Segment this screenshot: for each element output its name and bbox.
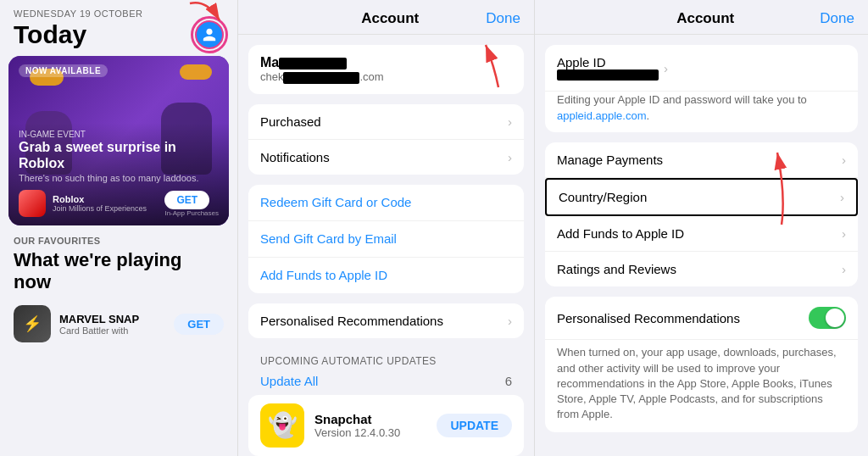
middle-done-button[interactable]: Done (486, 10, 520, 27)
in-app-label: In-App Purchases (164, 209, 219, 217)
snapchat-name: Snapchat (314, 412, 426, 426)
send-card-row[interactable]: Send Gift Card by Email (248, 221, 524, 258)
apple-id-card: Apple ID › Editing your Apple ID and pas… (545, 45, 858, 132)
add-funds-row[interactable]: Add Funds to Apple ID (248, 258, 524, 293)
right-done-button[interactable]: Done (820, 10, 854, 27)
get-button[interactable]: GET (164, 191, 209, 209)
middle-header: Account Done (238, 0, 534, 35)
our-favs-label: OUR FAVOURITES (0, 225, 237, 249)
app-name: Roblox (53, 194, 158, 204)
avatar[interactable] (195, 20, 224, 49)
apple-id-label: Apple ID (557, 55, 659, 70)
redeem-row[interactable]: Redeem Gift Card or Code (248, 185, 524, 221)
country-region-row[interactable]: Country/Region › (545, 178, 858, 216)
right-content: Apple ID › Editing your Apple ID and pas… (535, 35, 868, 456)
roblox-icon (19, 190, 46, 217)
chevron-icon: › (840, 190, 844, 204)
redeem-link[interactable]: Redeem Gift Card or Code (260, 195, 411, 209)
chevron-icon: › (842, 226, 846, 241)
payments-card: Manage Payments › Country/Region › Add F… (545, 142, 858, 286)
manage-payments-row[interactable]: Manage Payments › (545, 142, 858, 178)
account-name: Ma (260, 55, 512, 70)
list-item[interactable]: ⚡ MARVEL SNAP Card Battler with GET (0, 300, 237, 348)
app-desc: Join Millions of Experiences (53, 204, 158, 213)
personalised-recs-row[interactable]: Personalised Recommendations › (248, 303, 524, 338)
middle-panel: Account Done Ma chek.com (237, 0, 534, 456)
notifications-row[interactable]: Notifications › (248, 140, 524, 175)
right-panel: Account Done Apple ID › Editing your App… (534, 0, 868, 456)
update-all-link[interactable]: Update All (260, 374, 318, 388)
left-panel: WEDNESDAY 19 OCTOBER Today (0, 0, 237, 456)
right-header: Account Done (535, 0, 868, 35)
personalised-recs-toggle[interactable] (809, 307, 846, 329)
update-count: 6 (505, 374, 512, 388)
personalised-recs-right-card: Personalised Recommendations When turned… (545, 297, 858, 432)
middle-header-title: Account (361, 10, 419, 27)
chevron-icon: › (842, 262, 846, 276)
chevron-icon: › (508, 314, 512, 328)
snapchat-version: Version 12.4.0.30 (314, 426, 426, 439)
featured-card[interactable]: NOW AVAILABLE IN-GAME EVENT Grab a sweet… (8, 56, 229, 225)
account-options-card: Purchased › Notifications › (248, 104, 524, 175)
favs-get-button[interactable]: GET (174, 314, 224, 335)
right-header-title: Account (676, 10, 734, 27)
add-funds-link[interactable]: Add Funds to Apple ID (260, 268, 387, 282)
update-button[interactable]: UPDATE (437, 414, 512, 437)
upcoming-label: UPCOMING AUTOMATIC UPDATES (248, 348, 524, 370)
date-bar: WEDNESDAY 19 OCTOBER (0, 0, 237, 20)
account-email: chek.com (260, 70, 512, 84)
favs-app-desc: Card Battler with (59, 325, 165, 336)
card-subtitle: There's no such thing as too many laddoo… (19, 173, 219, 183)
favs-title: What we're playing now (0, 249, 237, 300)
send-card-link[interactable]: Send Gift Card by Email (260, 231, 397, 246)
personalised-recs-card: Personalised Recommendations › (248, 303, 524, 338)
page-title: Today (14, 20, 86, 49)
account-info-card[interactable]: Ma chek.com (248, 45, 524, 94)
card-title: Grab a sweet surprise in Roblox (19, 139, 219, 171)
purchased-row[interactable]: Purchased › (248, 104, 524, 140)
marvel-snap-icon: ⚡ (14, 305, 51, 342)
chevron-icon: › (508, 150, 512, 164)
favs-app-name: MARVEL SNAP (59, 313, 165, 325)
links-card: Redeem Gift Card or Code Send Gift Card … (248, 185, 524, 293)
chevron-icon: › (664, 61, 668, 75)
snapchat-icon: 👻 (260, 403, 304, 448)
event-label: IN-GAME EVENT (19, 130, 219, 139)
personalised-recs-toggle-row: Personalised Recommendations (545, 297, 858, 340)
now-available-badge: NOW AVAILABLE (19, 64, 108, 77)
chevron-icon: › (508, 114, 512, 129)
add-funds-row[interactable]: Add Funds to Apple ID › (545, 216, 858, 252)
ratings-reviews-row[interactable]: Ratings and Reviews › (545, 252, 858, 286)
person-icon (202, 27, 217, 42)
apple-id-row[interactable]: Apple ID › (545, 45, 858, 92)
apple-id-link[interactable]: appleid.apple.com (557, 109, 647, 122)
apple-id-desc: Editing your Apple ID and password will … (557, 93, 807, 122)
personalised-recs-desc: When turned on, your app usage, download… (545, 340, 858, 432)
snapchat-update-row[interactable]: 👻 Snapchat Version 12.4.0.30 UPDATE (248, 395, 524, 456)
chevron-icon: › (842, 153, 846, 167)
middle-content: Ma chek.com Purchased › (238, 35, 534, 456)
